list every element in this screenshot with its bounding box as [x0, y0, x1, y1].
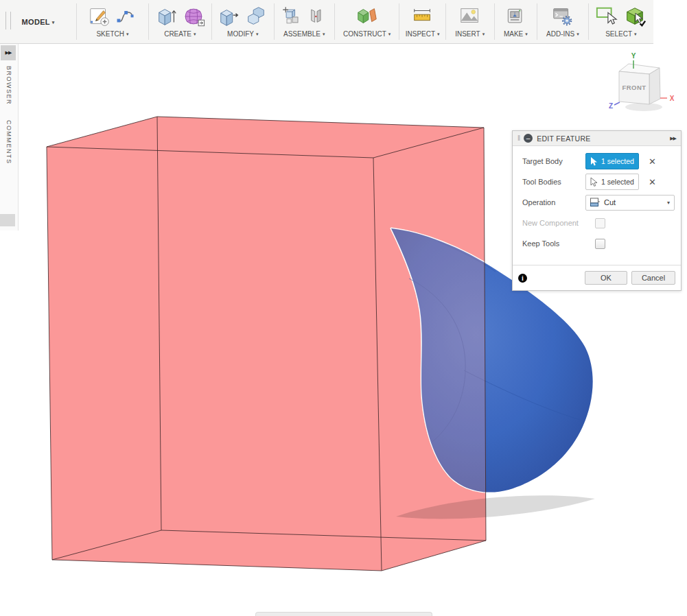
comments-tab[interactable]: COMMENTS	[5, 120, 12, 165]
viewcube-right-face[interactable]	[649, 68, 660, 104]
keep-tools-row: Keep Tools	[513, 233, 681, 254]
cursor-icon	[590, 177, 598, 187]
axis-y-label: Y	[631, 52, 636, 60]
caret-icon: ▾	[437, 32, 440, 36]
info-icon[interactable]: i	[518, 274, 527, 283]
modify-menu[interactable]: MODIFY▾	[227, 30, 258, 38]
new-component-row: New Component	[513, 213, 681, 233]
toolbar-grip-icon[interactable]	[5, 12, 11, 29]
collapse-dialog-icon[interactable]: –	[524, 134, 533, 143]
target-body-label: Target Body	[513, 157, 585, 165]
addins-menu[interactable]: ADD-INS▾	[546, 30, 579, 38]
tool-bodies-selection-chip[interactable]: 1 selected	[585, 174, 639, 190]
create-sketch-icon[interactable]	[88, 5, 111, 28]
top-toolbar: MODEL▾ SKETCH▾ CREATE▾ MODIFY▾ ASSEMBLE▾	[0, 0, 653, 44]
toolbar-group-sketch[interactable]: SKETCH▾	[77, 0, 148, 43]
construct-plane-icon[interactable]	[355, 5, 380, 28]
viewcube[interactable]: FRONT Y X Z	[603, 47, 682, 115]
operation-row: Operation Cut ▾	[513, 192, 681, 213]
window-select-icon[interactable]	[622, 5, 647, 28]
clear-target-body-icon[interactable]: ✕	[649, 157, 656, 166]
model-workspace-switcher[interactable]: MODEL▾	[0, 0, 76, 43]
edit-feature-dialog: ‖ – EDIT FEATURE ▶▶ Target Body 1 select…	[512, 130, 682, 291]
sketch-menu[interactable]: SKETCH▾	[96, 30, 128, 38]
create-menu[interactable]: CREATE▾	[164, 30, 196, 38]
insert-menu[interactable]: INSERT▾	[455, 30, 485, 38]
caret-icon: ▾	[126, 32, 129, 36]
toolbar-group-create[interactable]: CREATE▾	[149, 0, 211, 43]
keep-tools-checkbox[interactable]	[595, 239, 605, 249]
caret-icon: ▾	[525, 32, 528, 36]
toolbar-group-construct[interactable]: CONSTRUCT▾	[335, 0, 399, 43]
left-panel-strip: ▶▶ BROWSER COMMENTS	[0, 44, 19, 230]
caret-icon: ▾	[634, 32, 637, 36]
spline-icon[interactable]	[115, 5, 137, 28]
operation-dropdown[interactable]: Cut ▾	[585, 195, 675, 211]
construct-menu[interactable]: CONSTRUCT▾	[343, 30, 391, 38]
target-body-selection-chip[interactable]: 1 selected	[585, 153, 639, 169]
dialog-expand-icon[interactable]: ▶▶	[670, 136, 676, 141]
assemble-menu[interactable]: ASSEMBLE▾	[283, 30, 325, 38]
cancel-button[interactable]: Cancel	[631, 271, 675, 285]
toolbar-group-inspect[interactable]: INSPECT▾	[399, 0, 445, 43]
axis-z-label: Z	[609, 102, 613, 110]
caret-icon: ▾	[194, 32, 196, 36]
toolbar-group-addins[interactable]: ADD-INS▾	[537, 0, 588, 43]
new-component-checkbox	[595, 218, 605, 228]
caret-icon: ▾	[388, 32, 391, 36]
caret-icon: ▾	[256, 32, 259, 36]
press-pull-icon[interactable]	[218, 5, 241, 28]
canvas-3d-viewport[interactable]	[0, 0, 687, 616]
dialog-title-bar[interactable]: ‖ – EDIT FEATURE ▶▶	[513, 131, 681, 146]
create-form-icon[interactable]	[182, 5, 205, 28]
make-menu[interactable]: MAKE▾	[504, 30, 528, 38]
caret-icon: ▾	[577, 32, 579, 36]
dialog-grip-icon[interactable]: ‖	[517, 134, 520, 142]
model-workspace-label[interactable]: MODEL	[22, 18, 50, 26]
keep-tools-label: Keep Tools	[513, 239, 585, 248]
3d-print-icon[interactable]	[504, 5, 526, 28]
cut-operation-icon	[590, 198, 601, 207]
ok-button[interactable]: OK	[585, 271, 627, 285]
caret-icon: ▾	[323, 32, 325, 36]
extrude-icon[interactable]	[155, 5, 178, 28]
dialog-title: EDIT FEATURE	[537, 134, 590, 143]
joint-icon[interactable]	[307, 5, 327, 28]
caret-icon: ▾	[52, 20, 55, 25]
chevron-down-icon: ▾	[667, 200, 670, 206]
toolbar-group-select[interactable]: SELECT▾	[589, 0, 653, 43]
select-menu[interactable]: SELECT▾	[605, 30, 636, 38]
expand-browser-button[interactable]: ▶▶	[1, 45, 16, 60]
clear-tool-bodies-icon[interactable]: ✕	[649, 178, 656, 187]
target-body-row: Target Body 1 selected ✕	[513, 151, 681, 171]
dialog-footer: i OK Cancel	[513, 265, 681, 290]
viewcube-shadow	[625, 103, 662, 111]
combine-icon[interactable]	[244, 5, 268, 28]
viewcube-front-label: FRONT	[622, 84, 646, 91]
toolbar-group-assemble[interactable]: ASSEMBLE▾	[275, 0, 334, 43]
bottom-toolbar-edge[interactable]	[255, 612, 432, 616]
strip-scroll-handle[interactable]	[0, 214, 15, 226]
insert-image-icon[interactable]	[458, 5, 482, 28]
caret-icon: ▾	[482, 32, 485, 36]
axis-x-label: X	[670, 95, 675, 102]
measure-icon[interactable]	[411, 5, 434, 28]
operation-label: Operation	[513, 198, 585, 206]
toolbar-group-make[interactable]: MAKE▾	[495, 0, 537, 43]
scripts-addins-icon[interactable]	[551, 5, 574, 28]
double-arrow-right-icon: ▶▶	[5, 50, 12, 56]
target-body-box[interactable]	[47, 117, 486, 571]
tool-bodies-label: Tool Bodies	[513, 178, 585, 186]
new-component-label: New Component	[513, 219, 585, 227]
new-component-icon[interactable]	[281, 5, 303, 28]
browser-tab[interactable]: BROWSER	[5, 66, 12, 105]
tool-bodies-row: Tool Bodies 1 selected ✕	[513, 171, 681, 192]
inspect-menu[interactable]: INSPECT▾	[406, 30, 440, 38]
select-icon[interactable]	[594, 5, 619, 28]
cursor-icon	[590, 156, 598, 167]
toolbar-group-insert[interactable]: INSERT▾	[446, 0, 494, 43]
toolbar-group-modify[interactable]: MODIFY▾	[212, 0, 273, 43]
